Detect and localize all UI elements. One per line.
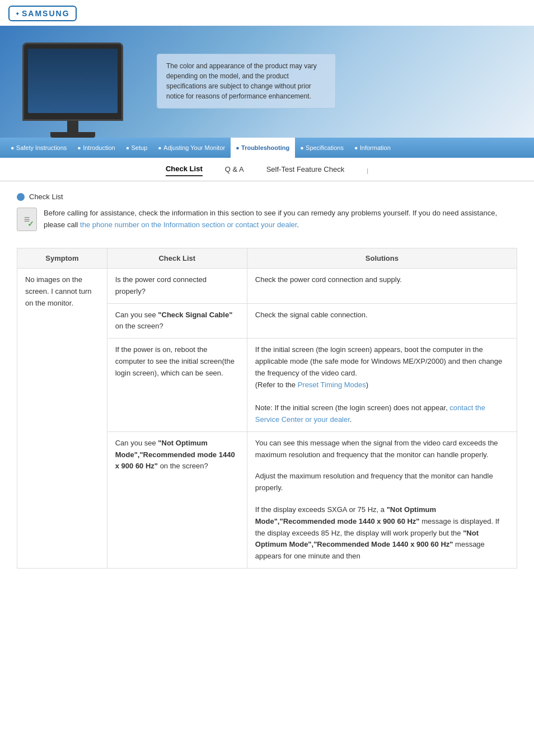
solution-text-1: Check the power cord connection and supp… bbox=[255, 275, 402, 284]
col-header-solutions: Solutions bbox=[247, 248, 517, 269]
nav-tab-adjusting-label: Adjusting Your Monitor bbox=[163, 144, 225, 151]
subtab-selftest-label: Self-Test Feature Check bbox=[266, 165, 344, 173]
bullet-icon: ■ bbox=[11, 145, 14, 151]
check-cell-4: Can you see "Not Optimum Mode","Recommen… bbox=[107, 431, 247, 568]
nav-tab-information-label: Information bbox=[360, 144, 391, 151]
intro-box: ≡ ✓ Before calling for assistance, check… bbox=[17, 208, 517, 237]
bullet-icon: ■ bbox=[78, 145, 81, 151]
monitor-body bbox=[22, 43, 123, 121]
bullet-icon: ■ bbox=[355, 145, 358, 151]
col-header-checklist: Check List bbox=[107, 248, 247, 269]
intro-text: Before calling for assistance, check the… bbox=[44, 208, 517, 231]
subtab-qa[interactable]: Q & A bbox=[225, 165, 244, 176]
section-heading: Check List bbox=[17, 192, 517, 201]
hero-banner: The color and appearance of the product … bbox=[0, 26, 534, 138]
solution-text-3a: If the initial screen (the login screen)… bbox=[255, 345, 503, 388]
check-cell-1: Is the power cord connected properly? bbox=[107, 269, 247, 304]
solution-block-3: If the display exceeds SXGA or 75 Hz, a … bbox=[255, 504, 509, 562]
solution-text-4a: You can see this message when the signal… bbox=[255, 439, 498, 459]
nav-tab-specifications[interactable]: ■ Specifications bbox=[295, 138, 349, 158]
solution-text-3d: . bbox=[350, 415, 352, 424]
table-row: No images on the screen. I cannot turn o… bbox=[17, 269, 517, 304]
checklist-document-icon: ≡ ✓ bbox=[17, 208, 37, 231]
check-text-2-prefix: Can you see bbox=[115, 311, 158, 319]
section-title: Check List bbox=[29, 192, 63, 201]
header: ✦ SAMSUNG bbox=[0, 0, 534, 21]
logo-star-icon: ✦ bbox=[15, 11, 20, 17]
solution-cell-1: Check the power cord connection and supp… bbox=[247, 269, 517, 304]
bullet-icon: ■ bbox=[301, 145, 303, 151]
col-header-symptom: Symptom bbox=[17, 248, 107, 269]
bullet-icon: ■ bbox=[236, 145, 239, 151]
troubleshooting-table: Symptom Check List Solutions No images o… bbox=[17, 248, 517, 569]
solution-text-3b: ) bbox=[366, 381, 368, 389]
nav-tab-safety-label: Safety Instructions bbox=[16, 144, 67, 151]
bullet-icon: ■ bbox=[127, 145, 129, 151]
check-text-2-suffix: on the screen? bbox=[115, 322, 163, 330]
subtab-separator: | bbox=[367, 167, 368, 174]
bullet-icon: ■ bbox=[158, 145, 161, 151]
page-content: Check List ≡ ✓ Before calling for assist… bbox=[0, 181, 534, 580]
intro-link-text: the phone number on the Information sect… bbox=[80, 220, 297, 229]
solution-text-4c: If the display exceeds SXGA or 75 Hz, a bbox=[255, 505, 387, 514]
check-text-1: Is the power cord connected properly? bbox=[115, 275, 207, 295]
solution-block-1: You can see this message when the signal… bbox=[255, 438, 509, 461]
check-text-2-bold: "Check Signal Cable" bbox=[158, 311, 232, 319]
section-circle-icon bbox=[17, 193, 25, 201]
solution-block-2: Adjust the maximum resolution and freque… bbox=[255, 471, 509, 494]
nav-tab-troubleshooting-label: Troubleshooting bbox=[241, 144, 289, 151]
sub-tabs: Check List Q & A Self-Test Feature Check… bbox=[0, 158, 534, 181]
check-text-4-prefix: Can you see bbox=[115, 439, 158, 447]
hero-description-box: The color and appearance of the product … bbox=[157, 54, 336, 109]
check-text-4-suffix: on the screen? bbox=[158, 462, 208, 470]
logo-text: SAMSUNG bbox=[22, 9, 70, 18]
monitor-illustration bbox=[17, 37, 129, 138]
nav-tab-specifications-label: Specifications bbox=[306, 144, 344, 151]
subtab-checklist[interactable]: Check List bbox=[166, 165, 203, 176]
navigation-tabs: ■ Safety Instructions ■ Introduction ■ S… bbox=[0, 138, 534, 158]
symptom-text: No images on the screen. I cannot turn o… bbox=[25, 275, 92, 307]
solution-text-4b: Adjust the maximum resolution and freque… bbox=[255, 472, 493, 492]
solution-cell-3: If the initial screen (the login screen)… bbox=[247, 339, 517, 432]
hero-description-text: The color and appearance of the product … bbox=[166, 62, 317, 100]
monitor-screen bbox=[28, 49, 118, 113]
subtab-selftest[interactable]: Self-Test Feature Check bbox=[266, 165, 344, 176]
solution-cell-2: Check the signal cable connection. bbox=[247, 303, 517, 339]
check-text-3: If the power is on, reboot the computer … bbox=[115, 345, 235, 377]
check-cell-2: Can you see "Check Signal Cable" on the … bbox=[107, 303, 247, 339]
monitor-base bbox=[50, 132, 95, 138]
checkmark-icon: ✓ bbox=[27, 219, 34, 228]
nav-tab-safety[interactable]: ■ Safety Instructions bbox=[6, 138, 72, 158]
solution-text-2: Check the signal cable connection. bbox=[255, 311, 368, 319]
logo-box: ✦ SAMSUNG bbox=[8, 6, 77, 21]
subtab-qa-label: Q & A bbox=[225, 165, 244, 173]
nav-tab-troubleshooting[interactable]: ■ Troubleshooting bbox=[231, 138, 295, 158]
nav-tab-introduction-label: Introduction bbox=[83, 144, 115, 151]
solution-text-3c: Note: If the initial screen (the login s… bbox=[255, 403, 450, 412]
info-phone-link[interactable]: the phone number on the Information sect… bbox=[80, 220, 297, 229]
solution-cell-4: You can see this message when the signal… bbox=[247, 431, 517, 568]
nav-tab-introduction[interactable]: ■ Introduction bbox=[72, 138, 120, 158]
symptom-cell: No images on the screen. I cannot turn o… bbox=[17, 269, 107, 569]
check-cell-3: If the power is on, reboot the computer … bbox=[107, 339, 247, 432]
logo-container: ✦ SAMSUNG bbox=[8, 6, 526, 21]
nav-tab-information[interactable]: ■ Information bbox=[349, 138, 396, 158]
preset-timing-link[interactable]: Preset Timing Modes bbox=[298, 381, 366, 389]
nav-tab-adjusting[interactable]: ■ Adjusting Your Monitor bbox=[153, 138, 231, 158]
nav-tab-setup-label: Setup bbox=[132, 144, 148, 151]
nav-tab-setup[interactable]: ■ Setup bbox=[121, 138, 153, 158]
intro-text-end: . bbox=[297, 220, 299, 229]
subtab-checklist-label: Check List bbox=[166, 165, 203, 173]
